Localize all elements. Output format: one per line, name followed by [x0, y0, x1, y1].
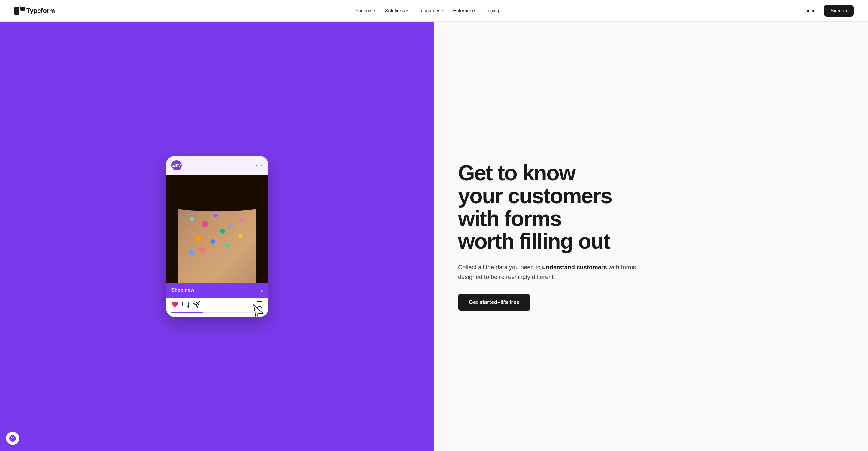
gem-10 [226, 244, 229, 247]
gem-3 [214, 214, 218, 217]
svg-point-2 [9, 435, 16, 442]
hero-left-panel: Zitty ··· [0, 22, 434, 451]
cta-button[interactable]: Get started–it's free [458, 294, 530, 311]
nav-menu: Products ▾ Solutions ▾ Resources ▾ Enter… [349, 6, 503, 16]
navbar-actions: Log in Sign up [798, 5, 854, 17]
chevron-down-icon: ▾ [406, 9, 408, 12]
comment-icon[interactable] [182, 301, 189, 308]
gem-8 [229, 224, 233, 228]
nav-resources[interactable]: Resources ▾ [413, 6, 447, 16]
login-button[interactable]: Log in [798, 6, 820, 16]
progress-fill [172, 312, 203, 313]
phone-left-icons [172, 301, 200, 308]
hair-top [166, 175, 268, 211]
gem-2 [202, 221, 208, 227]
more-options-icon: ··· [256, 162, 263, 169]
svg-point-4 [13, 437, 14, 439]
phone-brand-avatar: Zitty [172, 160, 182, 170]
hero-section: Zitty ··· [0, 22, 868, 451]
chevron-down-icon: ▾ [374, 9, 375, 12]
gem-7 [199, 247, 205, 253]
phone-image-area [166, 175, 268, 283]
nav-pricing[interactable]: Pricing [480, 6, 503, 16]
phone-mockup: Zitty ··· [166, 156, 268, 317]
arrow-icon: › [261, 287, 263, 293]
hair-right [256, 175, 268, 283]
gem-6 [211, 239, 215, 244]
hero-headline: Get to know your customers with forms wo… [458, 162, 638, 253]
logo-area: Typeform [14, 7, 55, 15]
heart-icon[interactable] [172, 301, 178, 308]
nav-solutions[interactable]: Solutions ▾ [381, 6, 412, 16]
chevron-down-icon: ▾ [441, 9, 443, 12]
hero-right-panel: Get to know your customers with forms wo… [434, 22, 868, 451]
face-image [166, 175, 268, 283]
hair-left [166, 175, 178, 283]
logo-icon [14, 7, 25, 15]
cursor-icon [248, 302, 268, 317]
share-icon[interactable] [193, 301, 200, 308]
gem-9 [238, 233, 243, 238]
svg-rect-1 [20, 7, 25, 10]
signup-button[interactable]: Sign up [824, 5, 854, 17]
svg-point-3 [11, 437, 12, 439]
nav-enterprise[interactable]: Enterprise [449, 6, 479, 16]
gem-4 [195, 235, 201, 242]
svg-rect-0 [14, 7, 19, 15]
shop-now-bar[interactable]: Shop now › [166, 283, 268, 298]
gem-1 [190, 217, 194, 221]
gem-12 [240, 218, 244, 223]
logo[interactable]: Typeform [14, 7, 55, 15]
phone-header: Zitty ··· [166, 156, 268, 175]
hero-text-content: Get to know your customers with forms wo… [458, 162, 638, 311]
navbar: Typeform Products ▾ Solutions ▾ Resource… [0, 0, 868, 22]
gem-5 [220, 229, 225, 234]
gem-11 [189, 250, 194, 255]
shop-now-label: Shop now [172, 287, 194, 293]
hero-subtext: Collect all the data you need to underst… [458, 262, 638, 282]
nav-products[interactable]: Products ▾ [349, 6, 380, 16]
brand-name: Typeform [26, 7, 55, 15]
cookie-preferences-icon[interactable] [6, 432, 19, 445]
phone-footer [166, 298, 268, 317]
